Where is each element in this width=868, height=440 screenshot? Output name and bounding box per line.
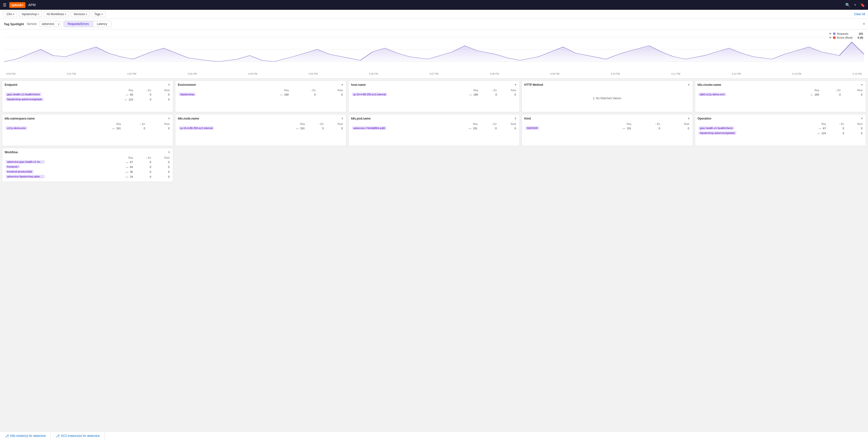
row-root: 0: [146, 126, 170, 131]
row-req: — 189: [788, 92, 820, 97]
row-label[interactable]: adservice:grpc.health.v1.health/ch...: [5, 159, 111, 165]
filter-icon-endpoint[interactable]: ▼: [167, 83, 170, 87]
card-header-http_method: HTTP Method ▼: [524, 83, 690, 87]
spotlight-title: Tag Spotlight: [4, 22, 24, 26]
row-root: 0: [498, 92, 517, 97]
col-err-header: ↓ Err: [478, 122, 498, 126]
row-label[interactable]: SERVER: [524, 126, 589, 131]
card-header-host_name: host.name ▼: [351, 83, 517, 87]
table-header-row: Req ↓ Err Root: [524, 122, 690, 126]
search-icon[interactable]: 🔍: [845, 3, 850, 7]
row-label[interactable]: grpc.health.v1.health/check: [5, 92, 107, 97]
time-filter[interactable]: -15m▾: [3, 11, 17, 17]
row-root: 0: [498, 126, 517, 131]
filter-icon-k8s_pod_name[interactable]: ▼: [514, 117, 517, 120]
row-err: 0: [827, 126, 845, 131]
col-req-header: Req: [249, 88, 290, 92]
col-label-header: [178, 122, 277, 126]
row-err: 0: [632, 126, 661, 131]
row-label[interactable]: frontend:/: [5, 165, 111, 169]
tags-filter[interactable]: Tags▾: [92, 11, 105, 17]
col-req-header: Req: [450, 122, 478, 126]
table-row: lab0-o11y-demo-env — 189 0 0: [698, 92, 863, 97]
clear-all-button[interactable]: Clear All: [854, 12, 865, 16]
spotlight-header: Tag Spotlight Service adservice Requests…: [0, 19, 868, 29]
row-req: — 36: [111, 169, 134, 174]
chart-container: 4:00 PM 4:01 PM 4:02 PM 4:03 PM 4:04 PM …: [4, 32, 864, 75]
table-header-row: Req ↓ Err Root: [178, 88, 344, 92]
bookmark-icon[interactable]: 🔖: [860, 3, 865, 7]
table-row: grpc.health.v1.health/check — 67 0 0: [698, 126, 863, 131]
card-title-workflow: Workflow: [5, 151, 18, 154]
table-row: SERVER — 191 0 0: [524, 126, 690, 131]
row-label[interactable]: ip-10-4-88-250.ec2.internal: [178, 126, 277, 131]
row-root: 0: [152, 169, 170, 174]
tab-requests-errors[interactable]: Requests/Errors: [64, 21, 93, 27]
row-label[interactable]: hipstershop.adservice/getads: [698, 131, 800, 136]
row-label[interactable]: adservice:hipstershop.adservice/g...: [5, 174, 111, 179]
menu-icon[interactable]: ☰: [3, 3, 6, 7]
row-req: — 123: [107, 97, 134, 102]
filter-icon-kind[interactable]: ▼: [687, 117, 690, 120]
col-req-header: Req: [589, 122, 632, 126]
row-err: 0: [134, 159, 152, 165]
row-label[interactable]: frontend:/product/{id}: [5, 169, 111, 174]
table-row: grpc.health.v1.health/check — 66 0 0: [5, 92, 170, 97]
col-root-header: Root: [845, 122, 863, 126]
col-err-header: ↓ Err: [134, 88, 152, 92]
col-root-header: Root: [324, 122, 344, 126]
row-root: 0: [152, 174, 170, 179]
row-req: — 124: [800, 131, 827, 136]
card-header-environment: Environment ▼: [178, 83, 344, 87]
close-button[interactable]: ×: [863, 22, 865, 26]
table-row: adservice:hipstershop.adservice/g... — 2…: [5, 174, 170, 179]
card-table-k8s_cluster_name: Req ↓ Err Root lab0-o11y-demo-env — 189 …: [698, 88, 863, 97]
row-err: 0: [820, 92, 842, 97]
row-label[interactable]: grpc.health.v1.health/check: [698, 126, 800, 131]
row-label[interactable]: ip-10-4-88-250.ec2.internal: [351, 92, 451, 97]
row-err: 0: [122, 126, 146, 131]
row-label[interactable]: lab0-o11y-demo-env: [698, 92, 788, 97]
filter-icon-k8s_node_name[interactable]: ▼: [341, 117, 344, 120]
services-filter[interactable]: Services▾: [71, 11, 90, 17]
col-root-header: Root: [498, 88, 517, 92]
workflow-filter[interactable]: All Workflows▾: [44, 11, 69, 17]
service-select[interactable]: adservice: [39, 21, 61, 27]
row-label[interactable]: hipstershop: [178, 92, 249, 97]
col-req-header: Req: [800, 122, 827, 126]
service-select-wrapper[interactable]: adservice: [39, 21, 61, 27]
add-icon[interactable]: +: [854, 3, 856, 7]
table-header-row: Req ↓ Err Root: [698, 122, 863, 126]
card-http_method: HTTP Method ▼ ℹ No Matched Values: [522, 81, 693, 112]
filter-icon-k8s_cluster_name[interactable]: ▼: [861, 83, 863, 87]
table-header-row: Req ↓ Err Root: [5, 88, 170, 92]
filter-icon-host_name[interactable]: ▼: [514, 83, 517, 87]
col-req-header: Req: [451, 88, 479, 92]
filter-icon-k8s_namespace_name[interactable]: ▼: [167, 117, 170, 120]
col-req-header: Req: [86, 122, 122, 126]
card-k8s_namespace_name: k8s.namespace.name ▼ Req ↓ Err Root o11y…: [2, 114, 173, 146]
row-err: 0: [290, 92, 317, 97]
filter-icon-environment[interactable]: ▼: [341, 83, 344, 87]
table-header-row: Req ↓ Err Root: [698, 88, 863, 92]
col-req-header: Req: [788, 88, 820, 92]
filter-icon-operation[interactable]: ▼: [861, 117, 863, 120]
col-err-header: ↓ Err: [290, 88, 317, 92]
row-label[interactable]: adservice-74c6dd864-jnjt6: [351, 126, 450, 131]
card-operation: Operation ▼ Req ↓ Err Root grpc.health.v…: [695, 114, 866, 146]
row-req: — 67: [800, 126, 827, 131]
tab-latency[interactable]: Latency: [93, 21, 111, 27]
filter-icon-http_method[interactable]: ▼: [687, 83, 690, 87]
row-err: 0: [827, 131, 845, 136]
card-table-environment: Req ↓ Err Root hipstershop — 189 0 0: [178, 88, 344, 97]
service-label: Service: [27, 22, 37, 26]
col-root-header: Root: [146, 122, 170, 126]
card-k8s_cluster_name: k8s.cluster.name ▼ Req ↓ Err Root lab0-o…: [695, 81, 866, 112]
filter-icon-workflow[interactable]: ▼: [167, 151, 170, 154]
row-label[interactable]: o11y-demo-env: [5, 126, 86, 131]
row-err: 0: [478, 126, 498, 131]
card-title-k8s_node_name: k8s.node.name: [178, 117, 199, 120]
no-matched-text: No Matched Values: [596, 96, 621, 100]
environment-filter[interactable]: hipstershop▾: [19, 11, 42, 17]
row-label[interactable]: hipstershop.adservice/getads: [5, 97, 107, 102]
